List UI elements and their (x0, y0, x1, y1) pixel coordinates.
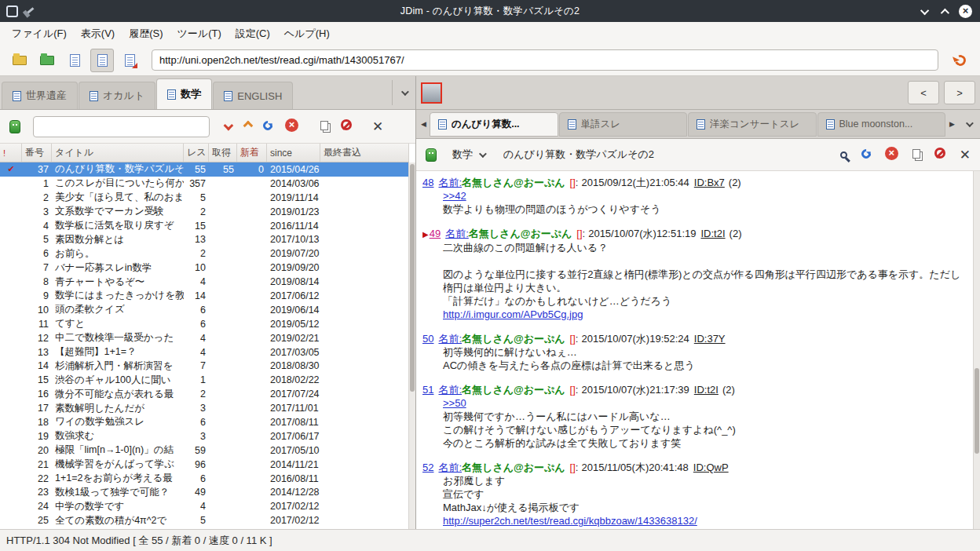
reload-list-button[interactable] (263, 119, 272, 133)
copy-button[interactable] (320, 119, 328, 133)
thread-row-20[interactable]: 20極限「lim[n→1-0](n)」の結592017/05/10 (0, 443, 409, 458)
thread-tab-3[interactable]: Blue moonston... (817, 112, 946, 137)
stop-load-button[interactable] (285, 119, 298, 135)
col-new[interactable]: 新着 (237, 144, 267, 162)
post-id-link[interactable]: ID:37Y (694, 333, 726, 345)
post-id-link[interactable]: ID:QwP (693, 462, 729, 473)
board-tab-3[interactable]: ENGLISH (213, 82, 293, 109)
menu-item-0[interactable]: ファイル(F) (5, 23, 74, 45)
board-tab-list-button[interactable] (392, 80, 415, 105)
post-body-link[interactable]: >>50 (443, 397, 466, 409)
thread-row-18[interactable]: 18ワイの数学勉強スレ62017/08/11 (0, 415, 409, 429)
menu-item-5[interactable]: ヘルプ(H) (277, 23, 337, 45)
menu-item-3[interactable]: ツール(T) (170, 23, 229, 45)
minimize-button[interactable] (923, 4, 929, 18)
col-since[interactable]: since (267, 144, 320, 162)
menu-item-2[interactable]: 履歴(S) (122, 23, 170, 45)
thread-row-8[interactable]: 8青チャートやるぞ〜42019/08/14 (0, 275, 409, 289)
close-pane-button[interactable]: ✕ (372, 120, 383, 133)
thread-row-12[interactable]: 12中二で数検準一級受かった42019/02/21 (0, 331, 409, 345)
thread-row-25[interactable]: 25全ての素数の積が4π^2で52017/02/12 (0, 513, 409, 527)
thread-row-13[interactable]: 13【超難問】1+1=？42017/03/05 (0, 345, 409, 359)
col-got[interactable]: 取得 (209, 144, 237, 162)
board-tab-1[interactable]: オカルト (79, 82, 155, 109)
post-body-link[interactable]: >>42 (443, 190, 466, 202)
reload-thread-button[interactable] (861, 148, 871, 162)
thread-row-19[interactable]: 19数強求む32017/06/17 (0, 429, 409, 443)
url-input[interactable] (152, 49, 938, 71)
search-up-button[interactable] (243, 119, 250, 133)
stop-thread-button[interactable] (885, 147, 898, 163)
post-body-link[interactable]: http://super2ch.net/test/read.cgi/kqbbzo… (443, 515, 697, 527)
thread-row-7[interactable]: 7バナー応募スレin数学102019/09/20 (0, 261, 409, 275)
col-title[interactable]: タイトル (52, 144, 184, 162)
thread-row-1[interactable]: 1このスレが目についたら何か3572014/03/06 (0, 177, 409, 191)
thread-view-button[interactable] (90, 49, 114, 72)
post-id-link[interactable]: ID:t2I (694, 384, 719, 396)
col-number[interactable]: 番号 (22, 144, 52, 162)
thread-row-23[interactable]: 23数検1級って独学で可能？492014/12/28 (0, 485, 409, 499)
thread-dnd-icon[interactable] (421, 82, 442, 104)
thread-row-4[interactable]: 4数学板に活気を取り戻すぞ152016/11/14 (0, 219, 409, 233)
thread-row-21[interactable]: 21機械学習をがんばって学ぶ962014/11/21 (0, 458, 409, 472)
post-name-label[interactable]: 名前: (438, 462, 462, 473)
thread-row-22[interactable]: 221+1=2をお前らが考える最62016/08/11 (0, 472, 409, 486)
post-name-label[interactable]: 名前: (445, 228, 469, 239)
thread-row-15[interactable]: 15渋谷のギャル100人に聞い12018/02/22 (0, 373, 409, 387)
thread-filter-input[interactable] (33, 116, 210, 137)
board-tab-2[interactable]: 数学 (156, 78, 212, 109)
post-body-link[interactable]: http://i.imgur.com/APvb5Cg.jpg (443, 308, 583, 320)
thread-row-10[interactable]: 10頭の柔軟クイズ62019/06/14 (0, 303, 409, 317)
image-view-button[interactable] (118, 49, 141, 72)
abone-button[interactable] (341, 119, 352, 133)
post-number-link[interactable]: 51 (422, 384, 433, 396)
thread-row-17[interactable]: 17素数解明したんだが32017/11/01 (0, 401, 409, 415)
thread-list-scrollbar[interactable] (408, 162, 415, 529)
thread-row-37[interactable]: ✔37のんびり算数・数学パズルその2555502015/04/26 (0, 162, 409, 177)
col-mark[interactable]: ! (0, 144, 22, 162)
maximize-button[interactable] (941, 4, 947, 18)
post-number-link[interactable]: 48 (422, 177, 433, 188)
post-number-link[interactable]: 50 (422, 333, 433, 345)
thread-tab-list-button[interactable] (958, 111, 978, 137)
copy-thread-button[interactable] (912, 148, 920, 162)
scrollbar-thumb[interactable] (410, 164, 415, 392)
search-in-thread-button[interactable] (840, 148, 847, 162)
favorites-button[interactable] (35, 49, 59, 72)
board-tab-0[interactable]: 世界遺産 (2, 82, 78, 109)
post-number-link[interactable]: 49 (430, 228, 441, 239)
thread-row-9[interactable]: 9数学にはまったきっかけを教142017/06/12 (0, 289, 409, 303)
thread-row-16[interactable]: 16微分不可能な点が表れる最22017/07/24 (0, 387, 409, 401)
thread-row-5[interactable]: 5素因数分解とは132017/10/13 (0, 232, 409, 246)
post-name-label[interactable]: 名前: (438, 333, 462, 345)
history-back-button[interactable]: < (908, 81, 939, 104)
post-name-label[interactable]: 名前: (438, 384, 462, 396)
post-number-link[interactable]: 52 (422, 462, 433, 473)
close-thread-button[interactable]: ✕ (960, 148, 971, 162)
col-res[interactable]: レス (184, 144, 209, 162)
thread-tab-1[interactable]: 単語スレ (559, 112, 688, 137)
thread-tab-2[interactable]: 洋楽コンサートスレ (688, 112, 817, 137)
col-last-write[interactable]: 最終書込 (320, 144, 409, 162)
history-forward-button[interactable]: > (944, 81, 975, 104)
url-reload-button[interactable] (949, 49, 972, 72)
search-down-button[interactable] (224, 119, 231, 133)
tabs-scroll-left-icon[interactable]: ◀ (418, 112, 430, 136)
thread-tab-0[interactable]: のんびり算数... (430, 112, 558, 137)
post-id-link[interactable]: ID:t2I (701, 228, 726, 239)
board-select-dropdown[interactable]: 数学 (451, 144, 486, 165)
thread-row-14[interactable]: 14杉浦解析入門・解析演習を72018/08/30 (0, 359, 409, 373)
menu-item-4[interactable]: 設定(C) (229, 23, 277, 45)
menu-item-1[interactable]: 表示(V) (74, 23, 122, 45)
scrollbar-thumb[interactable] (975, 368, 979, 454)
tabs-scroll-right-icon[interactable]: ▶ (946, 112, 958, 136)
thread-list-button[interactable] (63, 49, 86, 72)
window-close-button[interactable]: × (959, 5, 972, 18)
abone-thread-button[interactable] (934, 148, 945, 162)
thread-view-scrollbar[interactable] (973, 171, 980, 529)
post-name-label[interactable]: 名前: (438, 177, 462, 188)
thread-row-6[interactable]: 6お前ら。22019/07/20 (0, 246, 409, 261)
thread-row-11[interactable]: 11てすと62019/05/12 (0, 317, 409, 331)
thread-row-3[interactable]: 3文系数学でマーカン受験22019/01/23 (0, 205, 409, 219)
post-id-link[interactable]: ID:Bx7 (694, 177, 725, 188)
